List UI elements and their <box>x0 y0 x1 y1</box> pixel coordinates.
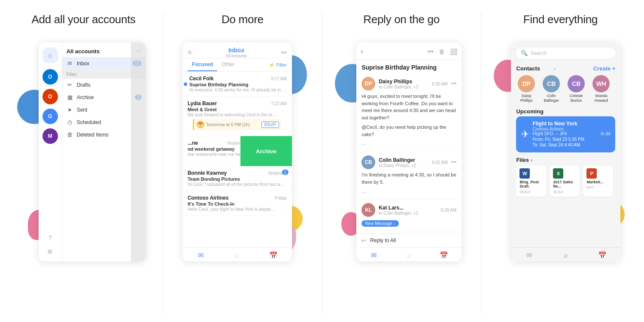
file2-type: XLSX <box>553 190 563 194</box>
account-outlook-icon[interactable]: O <box>43 69 58 85</box>
flight-route: Flight SFO → JFK <box>532 131 567 136</box>
mail-item-4[interactable]: Bonnie Kearney Yesterday Team Bonding Pi… <box>182 166 292 191</box>
mail-item-1[interactable]: Cecil Folk 9:17 AM Suprise Birthday Plan… <box>182 72 292 97</box>
s3-message-1: DP Daisy Phillips to Colin Ballinger, +2… <box>356 73 462 152</box>
more-icon[interactable]: ••• <box>427 48 434 55</box>
file-word[interactable]: W Blog_Post Draft DOCX <box>516 166 546 197</box>
contact-colin-name: ColinBallinger <box>544 94 559 103</box>
sent-icon: ➤ <box>67 106 73 113</box>
msg1-dots: ... <box>361 138 456 148</box>
s3-nav-search[interactable]: ⌕ <box>392 251 427 259</box>
delete-icon[interactable]: 🗑 <box>439 48 445 55</box>
file-ppt[interactable]: P Marketi... PPT <box>583 166 613 197</box>
mail4-sender: Bonnie Kearney <box>188 170 227 176</box>
drafts-icon: ✏ <box>67 82 73 88</box>
mail2-time: 7:22 AM <box>271 101 287 106</box>
rsvp-button[interactable]: RSVP <box>261 122 279 128</box>
flight-card[interactable]: ✈ Flight to New York Contoso Airlines Fl… <box>516 116 615 152</box>
archive-icon2[interactable]: ⬜ <box>450 48 457 55</box>
s4-nav-calendar[interactable]: 📅 <box>584 251 620 259</box>
mail-item-2[interactable]: Lydia Bauer 7:22 AM Meet & Greet We look… <box>182 97 292 136</box>
msg2-avatar: CB <box>361 155 375 169</box>
mail-item-archive[interactable]: ...ne Yesterday nd weekend getaway ese r… <box>182 136 292 166</box>
flight-title: Flight to New York <box>532 121 610 127</box>
file-excel[interactable]: X 2017 Sales Re... XLSX <box>550 166 580 197</box>
section2-wrapper: ≡ Inbox All Accounts ✏ Focused Other ⚡ F… <box>180 38 305 266</box>
files-chevron[interactable]: › <box>531 157 532 163</box>
msg2-more[interactable]: ••• <box>451 159 457 165</box>
s3-nav-calendar[interactable]: 📅 <box>426 251 462 259</box>
s2-header: ≡ Inbox All Accounts ✏ <box>182 43 292 58</box>
upcoming-label: Upcoming <box>511 105 620 116</box>
settings-icon[interactable]: ⚙ <box>46 247 55 256</box>
mail5-subject: It's Time To Check-In <box>188 201 287 207</box>
msg2-dots: ... <box>361 185 456 196</box>
mail-item-5[interactable]: Contoso Airlines Friday It's Time To Che… <box>182 191 292 216</box>
ppt-icon: P <box>586 168 597 179</box>
nav-calendar[interactable]: 📅 <box>255 251 292 259</box>
mail4-subject: Team Bonding Pictures <box>188 176 287 182</box>
s2-tabs: Focused Other ⚡ Filter <box>182 58 292 72</box>
nav-mail[interactable]: ✉ <box>182 251 219 259</box>
s4-nav-search[interactable]: ⌕ <box>547 251 584 259</box>
mail1-row: Cecil Folk 9:17 AM <box>189 76 287 82</box>
contacts-label: Contacts <box>516 65 554 72</box>
excel-icon: X <box>553 168 563 179</box>
reply-label: Reply to All <box>370 237 396 243</box>
s3-nav-mail[interactable]: ✉ <box>356 251 392 259</box>
tab-focused[interactable]: Focused <box>188 58 217 71</box>
contact-celeste[interactable]: CB CelesteBurton <box>566 75 586 103</box>
nav-search[interactable]: ⌕ <box>219 251 255 259</box>
home-icon[interactable]: ⌂ <box>43 48 58 63</box>
contact-colin[interactable]: CB ColinBallinger <box>541 75 562 103</box>
s4-bottom-nav: ✉ ⌕ 📅 <box>511 247 620 261</box>
search-bar[interactable]: 🔍 Search <box>515 47 616 59</box>
file1-name: Blog_Post Draft <box>519 180 543 188</box>
tab-other[interactable]: Other <box>217 58 239 71</box>
event-icon: 📅 <box>197 121 204 128</box>
contact-daisy-avatar: DP <box>518 75 535 92</box>
account-custom-icon[interactable]: M <box>43 128 58 144</box>
compose-icon[interactable]: ✏ <box>281 49 287 57</box>
section2-title: Do more <box>222 13 264 26</box>
create-button[interactable]: Create + <box>593 65 616 72</box>
search-icon: 🔍 <box>521 50 528 56</box>
mail4-preview: Hi Cecil, I uploaded all of the pictures… <box>188 182 287 187</box>
s3-bottom-nav: ✉ ⌕ 📅 <box>356 247 462 261</box>
mail2-subject: Meet & Greet <box>188 107 287 112</box>
archive-label: Archive <box>77 94 131 100</box>
menu-icon[interactable]: ≡ <box>188 49 191 56</box>
all-accounts-label: All accounts <box>67 48 100 55</box>
new-message-badge[interactable]: New Message ↓ <box>361 220 399 227</box>
flight-to: To: Sat, Sept 24 4:40 AM <box>532 143 610 147</box>
main-container: Add all your accounts ⌂ O O G <box>0 0 644 322</box>
msg1-more[interactable]: ••• <box>451 81 457 87</box>
contact-wanda-name: WandaHoward <box>595 94 608 103</box>
account-google-icon[interactable]: G <box>43 109 58 124</box>
file1-type: DOCX <box>519 190 531 194</box>
flight-details: Flight SFO → JFK In 3d <box>532 131 610 136</box>
msg3-sender: Kat Lars... <box>379 205 437 211</box>
contacts-chevron[interactable]: › <box>554 66 556 72</box>
mail1-preview: Hi everyone, 4:30 works for me, I'll alr… <box>189 88 287 92</box>
msg2-to: to Daisy Phillips, +2 <box>379 163 428 168</box>
s1-sidebar: ⌂ O O G M ? ⚙ <box>39 43 62 261</box>
section1-phone: ⌂ O O G M ? ⚙ <box>39 43 146 261</box>
contact-daisy[interactable]: DP DaisyPhillips <box>516 75 537 103</box>
section1-title: Add all your accounts <box>31 13 135 26</box>
help-icon[interactable]: ? <box>46 233 55 243</box>
contact-wanda[interactable]: WH WandaHoward <box>591 75 611 103</box>
section2-phone: ≡ Inbox All Accounts ✏ Focused Other ⚡ F… <box>182 43 292 261</box>
account-office-icon[interactable]: O <box>43 89 58 104</box>
reply-icon: ↩ <box>361 237 367 244</box>
filter-button[interactable]: ⚡ Filter <box>269 62 286 68</box>
contact-celeste-avatar: CB <box>568 75 585 92</box>
filter-label: Filter <box>276 62 286 67</box>
mail2-preview: We look forward to welcoming Cecil in th… <box>188 112 287 117</box>
s4-nav-mail[interactable]: ✉ <box>511 251 547 259</box>
back-button[interactable]: ‹ <box>361 47 363 56</box>
s3-header: ‹ ••• 🗑 ⬜ <box>356 43 462 60</box>
section-do-more: Do more ≡ Inbox All Accounts ✏ Focused <box>163 13 322 313</box>
s3-reply-bar[interactable]: ↩ Reply to All <box>356 233 462 247</box>
archive-action[interactable]: Archive <box>240 136 292 166</box>
